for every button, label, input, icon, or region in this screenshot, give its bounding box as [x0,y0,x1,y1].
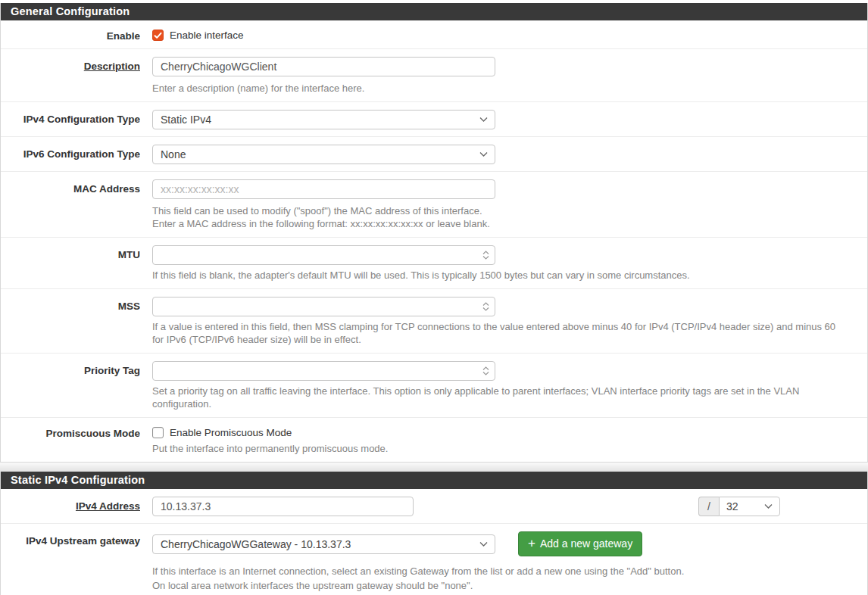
subnet-mask-select[interactable]: 32 [719,497,780,516]
description-help: Enter a description (name) for the inter… [152,82,849,95]
mtu-input[interactable] [152,245,495,265]
static-ipv4-configuration-panel: Static IPv4 Configuration IPv4 Address /… [0,472,868,595]
subnet-mask-group: / 32 [698,497,780,516]
ipv4-address-label: IPv4 Address [1,497,146,516]
slash-addon: / [698,497,719,516]
chevron-down-icon [479,117,488,123]
mtu-label: MTU [1,245,146,282]
plus-icon: + [528,538,535,549]
form-row-enable: Enable Enable interface [1,20,867,49]
mtu-help: If this field is blank, the adapter's de… [152,269,849,282]
interface-config-page: General Configuration Enable Enable inte… [0,0,868,595]
ipv4-upstream-gateway-select[interactable]: CherryChicagoWGGateway - 10.13.37.3 [152,534,495,554]
ipv6-config-type-label: IPv6 Configuration Type [1,145,146,164]
enable-interface-checkbox-label: Enable interface [170,30,244,41]
form-row-ipv4-upstream-gateway: IPv4 Upstream gateway CherryChicagoWGGat… [1,524,867,595]
ipv4-upstream-gateway-help: If this interface is an Internet connect… [152,564,856,595]
form-row-description: Description Enter a description (name) f… [1,49,867,102]
priority-tag-help: Set a priority tag on all traffic leavin… [152,385,849,410]
description-label: Description [1,57,146,95]
form-row-priority-tag: Priority Tag Set a priority tag on all t… [1,354,867,418]
description-input[interactable] [152,57,495,76]
chevron-down-icon [479,152,488,157]
promiscuous-mode-label: Promiscuous Mode [1,425,146,455]
ipv6-config-type-select[interactable]: None [152,145,495,164]
promiscuous-mode-help: Put the interface into permanently promi… [152,442,849,455]
ipv4-config-type-label: IPv4 Configuration Type [1,110,146,129]
checkmark-icon [154,32,162,39]
add-new-gateway-button[interactable]: + Add a new gateway [518,531,642,556]
static-ipv4-configuration-heading: Static IPv4 Configuration [1,472,867,489]
priority-tag-label: Priority Tag [1,361,146,410]
ipv4-upstream-gateway-label: IPv4 Upstream gateway [1,531,146,595]
number-spinner-icon[interactable] [482,366,489,376]
number-spinner-icon[interactable] [482,302,489,312]
ipv4-config-type-select[interactable]: Static IPv4 [152,110,495,129]
form-row-mtu: MTU If this field is blank, the adapter'… [1,238,867,289]
chevron-down-icon [479,541,488,547]
promiscuous-mode-checkbox-label: Enable Promiscuous Mode [170,427,292,438]
mss-input[interactable] [152,297,495,316]
mac-address-input[interactable] [152,179,495,199]
form-row-ipv4-address: IPv4 Address / 32 [1,489,867,524]
number-spinner-icon[interactable] [482,251,489,260]
mac-address-label: MAC Address [1,179,146,230]
form-row-mss: MSS If a value is entered in this field,… [1,289,867,354]
promiscuous-mode-checkbox[interactable] [152,427,164,438]
mss-help: If a value is entered in this field, the… [152,320,849,346]
enable-label: Enable [1,28,146,42]
enable-interface-checkbox[interactable] [152,30,164,41]
form-row-mac-address: MAC Address This field can be used to mo… [1,172,867,238]
form-row-ipv6-config-type: IPv6 Configuration Type None [1,137,867,172]
form-row-ipv4-config-type: IPv4 Configuration Type Static IPv4 [1,102,867,137]
mac-address-help: This field can be used to modify ("spoof… [152,204,849,230]
ipv4-address-input[interactable] [152,497,414,516]
priority-tag-input[interactable] [152,361,495,381]
panel-gap [0,463,868,472]
mss-label: MSS [1,297,146,346]
general-configuration-panel: General Configuration Enable Enable inte… [0,3,868,463]
general-configuration-heading: General Configuration [1,3,867,20]
chevron-down-icon [764,504,773,509]
form-row-promiscuous-mode: Promiscuous Mode Enable Promiscuous Mode… [1,418,867,462]
